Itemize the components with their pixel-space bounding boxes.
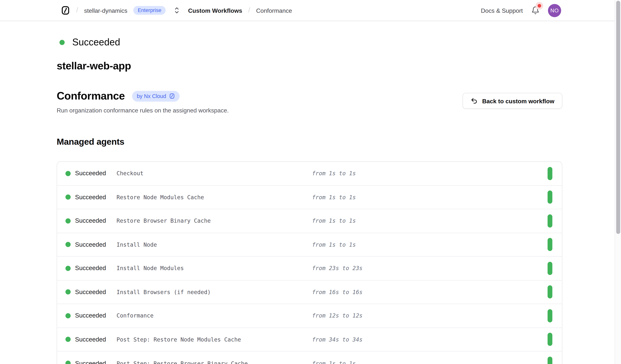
breadcrumb-separator: / xyxy=(248,6,250,15)
step-name: Install Node Modules xyxy=(117,265,312,271)
step-status-label: Succeeded xyxy=(75,170,106,177)
success-dot-icon xyxy=(66,195,71,200)
step-duration-bar xyxy=(548,309,552,322)
step-name: Checkout xyxy=(117,170,312,176)
step-row[interactable]: Succeeded Post Step: Restore Node Module… xyxy=(57,328,562,351)
step-duration-bar xyxy=(548,238,552,251)
step-name: Install Node xyxy=(117,241,312,248)
step-time-range: from 12s to 12s xyxy=(312,313,548,319)
notifications-button[interactable] xyxy=(531,6,540,15)
step-name: Post Step: Restore Node Modules Cache xyxy=(117,336,312,343)
step-row[interactable]: Succeeded Install Browsers (if needed) f… xyxy=(57,280,562,304)
step-row[interactable]: Succeeded Restore Node Modules Cache fro… xyxy=(57,186,562,209)
scrollbar-thumb[interactable] xyxy=(616,1,620,234)
step-status: Succeeded xyxy=(66,217,117,224)
workflow-title: Conformance xyxy=(57,90,125,102)
step-row[interactable]: Succeeded Post Step: Restore Browser Bin… xyxy=(57,351,562,364)
step-time-range: from 1s to 1s xyxy=(312,241,548,248)
success-dot-icon xyxy=(66,171,71,176)
workflow-header: Conformance by Nx Cloud Run organization… xyxy=(57,90,562,114)
step-duration-bar xyxy=(548,357,552,364)
step-time-range: from 1s to 1s xyxy=(312,360,548,364)
step-status: Succeeded xyxy=(66,241,117,248)
step-status: Succeeded xyxy=(66,170,117,177)
workspace-switcher-icon[interactable] xyxy=(174,7,180,14)
step-row[interactable]: Succeeded Install Node from 1s to 1s xyxy=(57,233,562,257)
step-name: Conformance xyxy=(117,313,312,319)
nav-actions: Docs & Support NO xyxy=(481,4,561,17)
breadcrumb: / stellar-dynamics Enterprise Custom Wor… xyxy=(61,6,292,15)
step-time-range: from 23s to 23s xyxy=(312,265,548,271)
step-status-label: Succeeded xyxy=(75,312,106,319)
step-duration-bar xyxy=(548,262,552,275)
nx-logo-small-icon xyxy=(169,93,175,99)
step-duration-bar xyxy=(548,333,552,346)
breadcrumb-section[interactable]: Custom Workflows xyxy=(188,7,242,14)
step-status: Succeeded xyxy=(66,336,117,343)
by-nx-cloud-label: by Nx Cloud xyxy=(137,93,166,99)
success-dot-icon xyxy=(66,289,71,295)
success-dot-icon xyxy=(66,313,71,318)
undo-arrow-icon xyxy=(471,97,478,104)
avatar[interactable]: NO xyxy=(548,4,561,17)
step-time-range: from 1s to 1s xyxy=(312,218,548,224)
step-status: Succeeded xyxy=(66,265,117,272)
step-row[interactable]: Succeeded Install Node Modules from 23s … xyxy=(57,257,562,280)
step-row[interactable]: Succeeded Conformance from 12s to 12s xyxy=(57,304,562,328)
step-status: Succeeded xyxy=(66,360,117,364)
step-status-label: Succeeded xyxy=(75,336,106,343)
step-row[interactable]: Succeeded Checkout from 1s to 1s xyxy=(57,162,562,185)
top-nav: / stellar-dynamics Enterprise Custom Wor… xyxy=(0,0,621,21)
docs-support-link[interactable]: Docs & Support xyxy=(481,7,523,14)
enterprise-badge: Enterprise xyxy=(133,6,166,15)
step-time-range: from 34s to 34s xyxy=(312,336,548,343)
workspace-title: stellar-web-app xyxy=(57,60,562,72)
step-name: Restore Node Modules Cache xyxy=(117,194,312,200)
step-status-label: Succeeded xyxy=(75,217,106,224)
success-dot-icon xyxy=(66,242,71,247)
step-status-label: Succeeded xyxy=(75,265,106,272)
success-dot-icon xyxy=(66,266,71,271)
step-name: Install Browsers (if needed) xyxy=(117,289,312,295)
step-status: Succeeded xyxy=(66,312,117,319)
step-duration-bar xyxy=(548,285,552,299)
back-to-custom-workflow-button[interactable]: Back to custom workflow xyxy=(463,93,562,109)
step-duration-bar xyxy=(548,191,552,204)
run-status: Succeeded xyxy=(57,37,562,48)
step-time-range: from 1s to 1s xyxy=(312,194,548,200)
workflow-description: Run organization conformance rules on th… xyxy=(57,107,229,114)
managed-agents-heading: Managed agents xyxy=(57,137,562,147)
unread-notification-dot xyxy=(538,4,541,7)
step-status: Succeeded xyxy=(66,194,117,201)
step-status: Succeeded xyxy=(66,288,117,296)
main-content: Succeeded stellar-web-app Conformance by… xyxy=(0,37,621,364)
step-duration-bar xyxy=(548,167,552,180)
by-nx-cloud-badge[interactable]: by Nx Cloud xyxy=(132,91,180,101)
run-status-label: Succeeded xyxy=(72,37,120,48)
step-status-label: Succeeded xyxy=(75,241,106,248)
step-status-label: Succeeded xyxy=(75,194,106,201)
success-dot-icon xyxy=(66,361,71,364)
success-dot-icon xyxy=(66,337,71,342)
managed-agents-list: Succeeded Checkout from 1s to 1s Succeed… xyxy=(57,161,562,364)
step-name: Restore Browser Binary Cache xyxy=(117,218,312,224)
breadcrumb-org[interactable]: stellar-dynamics xyxy=(84,7,127,14)
back-button-label: Back to custom workflow xyxy=(482,97,554,104)
vertical-scrollbar[interactable] xyxy=(615,0,621,364)
nx-logo-icon[interactable] xyxy=(61,6,70,15)
workflow-header-left: Conformance by Nx Cloud Run organization… xyxy=(57,90,229,114)
step-status-label: Succeeded xyxy=(75,288,106,296)
success-dot-icon xyxy=(59,40,65,45)
step-name: Post Step: Restore Browser Binary Cache xyxy=(117,360,312,364)
page: / stellar-dynamics Enterprise Custom Wor… xyxy=(0,0,621,364)
breadcrumb-page: Conformance xyxy=(256,7,292,14)
step-time-range: from 1s to 1s xyxy=(312,170,548,176)
step-duration-bar xyxy=(548,214,552,227)
step-status-label: Succeeded xyxy=(75,360,106,364)
breadcrumb-separator: / xyxy=(76,6,78,15)
step-row[interactable]: Succeeded Restore Browser Binary Cache f… xyxy=(57,209,562,233)
success-dot-icon xyxy=(66,218,71,223)
step-time-range: from 16s to 16s xyxy=(312,289,548,295)
